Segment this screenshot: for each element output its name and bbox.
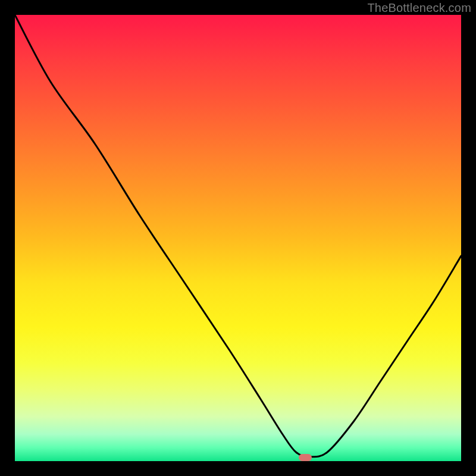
optimal-point-marker <box>299 454 312 461</box>
chart-background-gradient <box>15 15 461 461</box>
chart-frame <box>15 15 461 461</box>
watermark-text: TheBottleneck.com <box>367 1 471 15</box>
